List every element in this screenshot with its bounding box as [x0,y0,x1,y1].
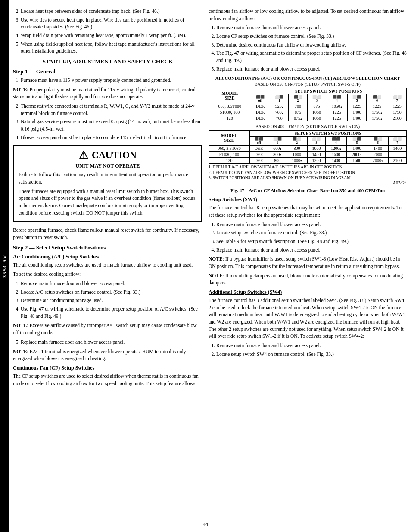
note-bold: NOTE [13,87,27,92]
sw3-positions-header2: SETUP SWITCH SW3 POSITIONS [249,131,406,137]
list-item: Blower access panel must be in place to … [21,134,202,141]
sw1-list: Remove main furnace door and blower acce… [216,221,407,254]
data-cell: 1400 [326,158,347,164]
cf-text-cont: continuous fan airflow or low-cooling ai… [209,8,407,22]
sw-col-7: ⬜⬜7 [388,94,406,103]
sw-col-1b: ⬜⬛1 [268,137,286,146]
list-item: Remove main furnace door and blower acce… [216,342,407,349]
data-cell: 2100 [388,115,406,121]
model-cell: 060, 3.5T080 [209,103,251,109]
right-column: continuous fan airflow or low-cooling ai… [209,8,407,524]
fig-ref: A07424 [209,180,407,185]
model-cell: 120 [209,158,250,164]
sw-col-4: ⬛⬛4 [326,94,348,103]
sw-col-def2: ⬛⬛off [249,137,268,146]
data-cell: DEF. [251,115,270,121]
footnotes: 1. DEFAULT A/C AIRFLOW WHEN A/C SWITCHES… [209,165,407,180]
data-cell: 600₂ [268,146,286,152]
list-item: Locate setup switch SW4 on furnace contr… [216,351,407,358]
cf-list: Remove main furnace door and blower acce… [216,24,407,72]
table-row: 120 DEF. 800 1000₂ 1200 1400 1600 2000₁ … [209,158,407,164]
data-cell: 1225 [366,103,388,109]
model-size-header2: MODELSIZE [209,131,250,146]
data-cell: 700₂ [270,109,288,115]
table-row: 060, 3.5T080 DEF. 600₂ 800 1000 1200₁ 14… [209,146,407,152]
sw-col-2: ⬛⬜2 [289,94,307,103]
list-item: Use wire ties to secure heat tape in pla… [21,16,202,31]
list-item: Furnace must have a 115-v power supply p… [21,77,202,84]
ac-text: The air conditioning setup switches are … [13,261,202,269]
data-cell: 1225 [388,103,406,109]
sw3-positions-header: SETUP SWITCH SW3 POSITIONS [251,88,406,94]
list-item: Locate setup switches on furnace control… [216,229,407,236]
footnote-2: 2. DEFAULT CONT. FAN AIRFLOW WHEN CF SWI… [209,170,407,175]
content: Locate heat tape between sides of conden… [9,0,411,532]
sw4-text: The furnace control has 3 additional set… [209,297,407,340]
data-cell: DEF. [251,109,270,115]
data-cell: 700 [289,103,307,109]
cf-heading: Continuous Fan (CF) Setup Switches [13,365,202,371]
footnote-1: 1. DEFAULT A/C AIRFLOW WHEN A/C SWITCHES… [209,165,407,170]
ac-set-text: To set the desired cooling airflow: [13,271,202,278]
sw1-text: The furnace control has 8 setup switches… [209,204,407,218]
footnote-3: 3. SWITCH POSITIONS ARE ALSO SHOWN ON FU… [209,175,407,180]
data-cell: 1050 [307,115,326,121]
data-cell: 800 [286,146,308,152]
caution-unit-title: UNIT MAY NOT OPERATE [19,163,197,169]
table-row: 060, 3.5T080 DEF. 525₂ 700 875 1050₁ 122… [209,103,407,109]
data-cell: 525₂ [270,103,288,109]
sw-col-4b: ⬛⬛4 [326,137,347,146]
sw-col-5: ⬜⬛5 [348,94,366,103]
caution-text2: These furnaces are equipped with a manua… [19,188,197,217]
data-cell: 1200 [307,158,325,164]
data-cell: 1000 [286,152,308,158]
data-cell: 875 [289,109,307,115]
list-item: Remove main furnace door and blower acce… [216,24,407,31]
caution-title: ⚠ CAUTION [19,149,197,161]
sw-col-def: ⬛⬛off [251,94,270,103]
data-cell: 1225 [348,103,366,109]
list-item: Determine air conditioning tonnage used. [21,297,202,304]
step1-list2: Thermostat wire connections at terminals… [21,103,202,141]
list-item: Locate heat tape between sides of conden… [21,8,202,15]
data-cell: DEF. [249,146,268,152]
data-cell: 1600 [346,158,367,164]
sw-col-6: ⬛⬜6 [366,94,388,103]
data-cell: 1400 [367,146,389,152]
list-item: Use Fig. 47 or wiring schematic to deter… [216,50,407,64]
page: 355CAV Locate heat tape between sides of… [0,0,411,532]
data-cell: 875 [307,103,326,109]
list-item: Locate CF setup switches on furnace cont… [216,33,407,40]
data-cell: 1050₁ [326,103,348,109]
sw4-heading: Additional Setup Switches (SW4) [209,289,407,296]
data-cell: 1750₁ [366,109,388,115]
list-item: Replace main furnace door and blower acc… [21,339,202,346]
data-cell: 1400 [346,146,367,152]
data-cell: 2100 [388,158,406,164]
data-cell: 1750₁ [366,115,388,121]
caution-box: ⚠ CAUTION UNIT MAY NOT OPERATE Failure t… [13,145,202,222]
model-cell: 5T080, 100 [209,152,250,158]
list-item: Locate A/C setup switches on furnace con… [21,289,202,296]
list-item: When using field-supplied heat tape, fol… [21,40,202,55]
note-bold: NOTE [209,273,223,278]
data-cell: 1225 [326,109,348,115]
data-cell: 1750 [388,109,406,115]
sw-col-2b: ⬛⬜2 [286,137,308,146]
data-cell: 2000 [367,152,389,158]
chart2-subtitle: BASED ON 400 CFM/TON (SETUP SWITCH SW1-5… [209,124,407,129]
note3: NOTE: Excessive airflow caused by improp… [13,322,202,336]
sw-col-3: ⬜⬜3 [307,94,326,103]
sw1-heading: Setup Switches (SW1) [209,196,407,203]
chart-section: AIR CONDITIONING (A/C) OR CONTINUOUS-FAN… [209,76,407,193]
data-cell: DEF. [251,103,270,109]
table-row: 5T080, 100 DEF. 700₂ 875 1050 1225 1400 … [209,109,407,115]
list-item: Use Fig. 47 or wiring schematic to deter… [21,305,202,320]
data-cell: 875₂ [289,115,307,121]
list-item: Wrap field drain pipe with remaining hea… [21,32,202,39]
chart1-table: MODELSIZE SETUP SWITCH SW3 POSITIONS ⬛⬛o… [209,88,407,121]
note-bold: NOTE [13,323,27,328]
note5: NOTE: If a bypass humidifier is used, se… [209,255,407,270]
step2-heading: Step 2 — Select Setup Switch Positions [13,244,202,251]
data-cell: 700 [270,115,288,121]
